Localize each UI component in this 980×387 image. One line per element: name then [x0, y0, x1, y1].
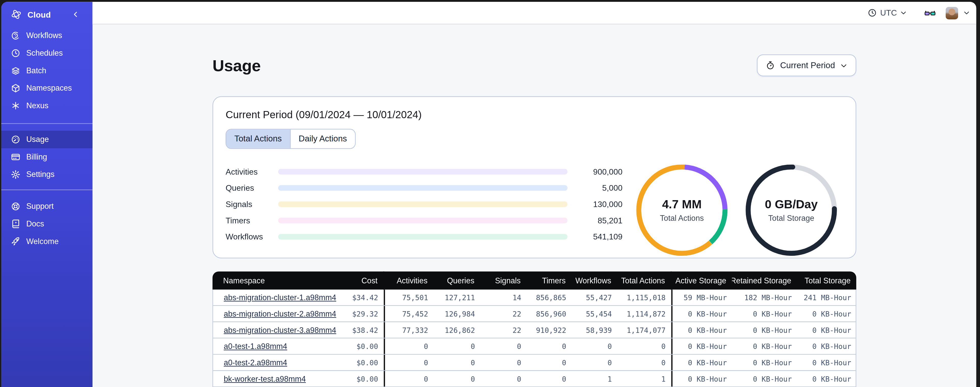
namespace-link[interactable]: a0-test-1.a98mm4 [224, 342, 287, 350]
value-cell: $0.00 [349, 355, 385, 370]
tab-total-actions[interactable]: Total Actions [226, 130, 290, 148]
value-cell: 0 [434, 355, 481, 370]
sidebar-item-batch[interactable]: Batch [1, 62, 92, 80]
chevron-down-icon [900, 10, 907, 16]
value-cell: 0 KB-Hour [798, 355, 857, 370]
sidebar-item-usage[interactable]: Usage [1, 131, 92, 148]
sidebar-item-settings[interactable]: Settings [1, 166, 92, 183]
value-cell: 910,922 [527, 322, 572, 338]
page-scroll-area[interactable]: Usage Current Period Current Period (09/… [92, 24, 977, 387]
bar-track [278, 201, 567, 207]
sidebar-item-welcome[interactable]: Welcome [1, 233, 92, 250]
book-icon [11, 219, 21, 229]
value-cell: 0 [572, 339, 617, 354]
column-header-total-actions: Total Actions [617, 271, 672, 289]
table-row: a0-test-1.a98mm4$0.000000000 KB-Hour0 KB… [213, 339, 856, 355]
bar-track [278, 233, 567, 239]
batch-icon [11, 66, 21, 75]
value-cell: 22 [480, 322, 527, 338]
cloud-logo-icon [11, 9, 22, 20]
sidebar-divider [1, 123, 92, 124]
bar-track [278, 168, 567, 174]
column-header-queries: Queries [433, 271, 480, 289]
column-header-signals: Signals [480, 271, 526, 289]
current-period-card-title: Current Period (09/01/2024 — 10/01/2024) [226, 109, 843, 121]
column-header-retained-storage: Retained Storage [732, 271, 797, 289]
glasses-icon[interactable] [924, 6, 936, 19]
table-row: abs-migration-cluster-3.a98mm4$38.4277,3… [213, 322, 856, 339]
namespace-link[interactable]: abs-migration-cluster-3.a98mm4 [224, 325, 336, 334]
value-cell: 127,211 [434, 289, 481, 305]
bar-row-workflows: Workflows541,109 [226, 228, 623, 245]
namespace-link[interactable]: abs-migration-cluster-1.a98mm4 [224, 293, 336, 302]
sidebar-item-billing[interactable]: Billing [1, 148, 92, 166]
value-cell: 75,501 [385, 289, 434, 305]
value-cell: 0 KB-Hour [733, 322, 798, 338]
namespace-cell: abs-migration-cluster-1.a98mm4 [213, 289, 349, 305]
donut-charts: 4.7 MMTotal Actions 0 GB/DayTotal Storag… [636, 165, 837, 256]
tab-daily-actions[interactable]: Daily Actions [290, 130, 355, 148]
bar-row-signals: Signals130,000 [226, 196, 623, 212]
value-cell: 0 [434, 371, 481, 387]
timezone-label: UTC [880, 8, 897, 18]
table-row: abs-migration-cluster-1.a98mm4$34.4275,5… [213, 289, 856, 306]
sidebar-item-docs[interactable]: Docs [1, 215, 92, 233]
value-cell: 0 KB-Hour [798, 306, 857, 321]
value-cell: 22 [480, 306, 527, 321]
sidebar-collapse-button[interactable] [72, 11, 80, 18]
current-period-card: Current Period (09/01/2024 — 10/01/2024)… [213, 96, 856, 258]
total-actions-donut: 4.7 MMTotal Actions [636, 165, 727, 256]
column-header-cost: Cost [348, 271, 384, 289]
sidebar-nav-help: SupportDocsWelcome [1, 198, 92, 250]
namespace-link[interactable]: a0-test-2.a98mm4 [224, 358, 287, 367]
sidebar-divider [1, 189, 92, 190]
donut-label: Total Actions [660, 214, 704, 222]
value-cell: 1 [617, 371, 673, 387]
namespace-link[interactable]: bk-worker-test.a98mm4 [224, 374, 306, 383]
user-avatar[interactable] [945, 6, 958, 19]
value-cell: 0 [527, 339, 572, 354]
donut-center: 4.7 MMTotal Actions [636, 165, 727, 256]
sidebar-item-label: Schedules [26, 49, 63, 58]
value-cell: 0 KB-Hour [733, 339, 798, 354]
period-selector-label: Current Period [780, 61, 835, 70]
column-header-total-storage: Total Storage [797, 271, 856, 289]
sidebar-item-namespaces[interactable]: Namespaces [1, 79, 92, 97]
namespace-cell: bk-worker-test.a98mm4 [213, 371, 349, 387]
table-row: abs-migration-cluster-2.a98mm4$29.3275,4… [213, 306, 856, 322]
sidebar-item-label: Docs [26, 219, 44, 228]
value-cell: 0 KB-Hour [733, 355, 798, 370]
value-cell: 0 [480, 371, 527, 387]
bar-label: Signals [226, 199, 270, 209]
sidebar-item-support[interactable]: Support [1, 198, 92, 215]
account-menu-chevron-down-icon[interactable] [963, 10, 970, 16]
value-cell: $34.42 [349, 289, 385, 305]
sidebar-item-label: Support [26, 202, 54, 211]
value-cell: 55,454 [572, 306, 617, 321]
sidebar-item-label: Batch [26, 66, 46, 75]
value-cell: 856,865 [527, 289, 572, 305]
namespace-link[interactable]: abs-migration-cluster-2.a98mm4 [224, 309, 336, 318]
page-title: Usage [213, 54, 261, 76]
bar-label: Activities [226, 167, 270, 176]
sidebar-item-schedules[interactable]: Schedules [1, 45, 92, 62]
period-selector-button[interactable]: Current Period [757, 54, 856, 76]
namespace-usage-table: NamespaceCostActivitiesQueriesSignalsTim… [213, 271, 856, 387]
sidebar-item-label: Welcome [26, 237, 59, 246]
gauge-icon [11, 134, 21, 144]
value-cell: 0 [617, 339, 673, 354]
donut-center: 0 GB/DayTotal Storage [746, 165, 837, 256]
value-cell: 856,960 [527, 306, 572, 321]
column-header-activities: Activities [384, 271, 433, 289]
value-cell: 126,984 [434, 306, 481, 321]
sidebar-item-nexus[interactable]: Nexus [1, 97, 92, 115]
value-cell: 0 [527, 355, 572, 370]
timezone-selector[interactable]: UTC [868, 8, 907, 18]
value-cell: 1,174,077 [617, 322, 673, 338]
column-header-timers: Timers [526, 271, 571, 289]
clock-icon [868, 8, 877, 18]
sidebar-item-workflows[interactable]: Workflows [1, 27, 92, 45]
value-cell: 0 KB-Hour [798, 339, 857, 354]
value-cell: 0 KB-Hour [673, 339, 733, 354]
bar-row-activities: Activities900,000 [226, 163, 623, 180]
